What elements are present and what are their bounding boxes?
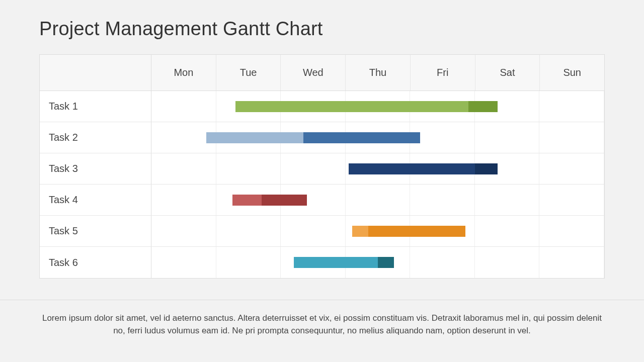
gantt-header-mon: Mon: [151, 55, 216, 90]
gantt-header-row: Mon Tue Wed Thu Fri Sat Sun: [40, 55, 604, 91]
gantt-row: Task 2: [40, 122, 604, 153]
gantt-row-label: Task 4: [40, 185, 151, 215]
gantt-header-blank: [40, 55, 151, 90]
gantt-row: Task 6: [40, 247, 604, 278]
gantt-header-tue: Tue: [216, 55, 281, 90]
gantt-bar: [235, 101, 468, 112]
gantt-bar-layer: [151, 91, 604, 122]
slide: Project Management Gantt Chart Mon Tue W…: [0, 0, 644, 362]
gantt-bar-layer: [151, 216, 604, 246]
gantt-header-sun: Sun: [540, 55, 604, 90]
gantt-row-timeline: [151, 216, 604, 246]
gantt-row-timeline: [151, 91, 604, 122]
gantt-row: Task 1: [40, 91, 604, 122]
gantt-row-label: Task 5: [40, 216, 151, 246]
gantt-bar: [206, 132, 303, 143]
gantt-row-timeline: [151, 122, 604, 153]
gantt-bar-layer: [151, 185, 604, 215]
gantt-body: Task 1Task 2Task 3Task 4Task 5Task 6: [40, 91, 604, 278]
gantt-header-thu: Thu: [346, 55, 411, 90]
gantt-row-timeline: [151, 153, 604, 184]
gantt-header-wed: Wed: [281, 55, 346, 90]
gantt-bar: [294, 257, 378, 268]
gantt-header-sat: Sat: [475, 55, 540, 90]
gantt-bar-layer: [151, 122, 604, 153]
gantt-bar: [368, 226, 465, 237]
gantt-row-label: Task 1: [40, 91, 151, 122]
gantt-bar: [349, 163, 475, 174]
footer: Lorem ipsum dolor sit amet, vel id aeter…: [0, 300, 644, 337]
gantt-row-label: Task 2: [40, 122, 151, 153]
gantt-bar-layer: [151, 153, 604, 184]
gantt-row-label: Task 3: [40, 153, 151, 184]
gantt-bar: [378, 257, 394, 268]
gantt-bar: [303, 132, 420, 143]
gantt-bar: [475, 163, 498, 174]
footer-text: Lorem ipsum dolor sit amet, vel id aeter…: [39, 312, 605, 337]
gantt-bar: [352, 226, 368, 237]
gantt-row-timeline: [151, 185, 604, 215]
gantt-bar: [468, 101, 498, 112]
gantt-row: Task 5: [40, 216, 604, 247]
gantt-row-label: Task 6: [40, 247, 151, 278]
gantt-row-timeline: [151, 247, 604, 278]
gantt-bar: [262, 195, 307, 206]
gantt-bar-layer: [151, 247, 604, 278]
page-title: Project Management Gantt Chart: [39, 18, 323, 40]
gantt-header-fri: Fri: [411, 55, 475, 90]
gantt-row: Task 3: [40, 153, 604, 185]
gantt-row: Task 4: [40, 185, 604, 216]
gantt-chart: Mon Tue Wed Thu Fri Sat Sun Task 1Task 2…: [39, 54, 605, 279]
gantt-bar: [232, 195, 262, 206]
